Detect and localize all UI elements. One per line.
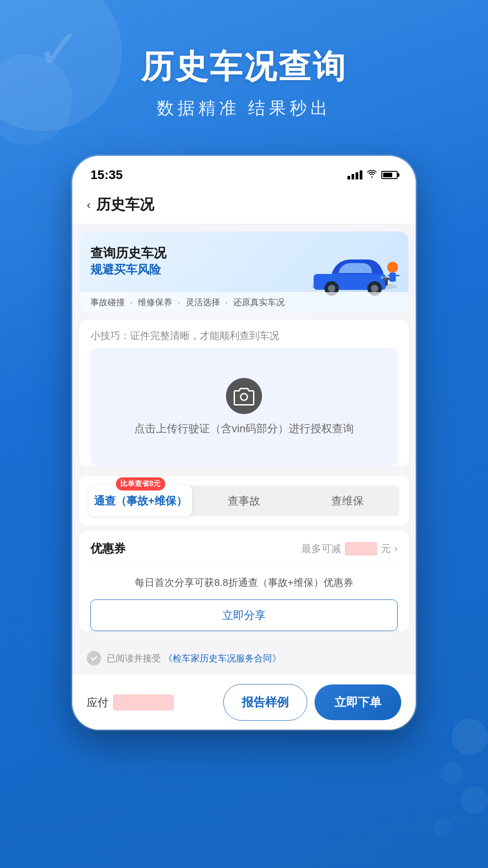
svg-point-14: [441, 762, 463, 784]
tabs-row: 比单查省8元 通查（事故+维保） 查事故 查维保: [89, 486, 399, 516]
banner-tag-2: 维修保养: [138, 297, 172, 308]
banner-tag-1: 事故碰撞: [90, 297, 125, 308]
tab-maintenance[interactable]: 查维保: [296, 486, 399, 516]
status-time: 15:35: [90, 168, 123, 182]
banner-tag-4: 还原真实车况: [233, 297, 285, 308]
phone-mockup: 15:35: [0, 156, 488, 730]
status-icons: [347, 170, 398, 180]
signal-icon: [347, 170, 362, 179]
banner: 查询历史车况 规避买车风险: [80, 231, 408, 313]
status-bar: 15:35: [72, 156, 416, 188]
page-sub-title: 数据精准 结果秒出: [0, 97, 488, 120]
check-icon: [90, 654, 98, 662]
svg-point-15: [461, 787, 488, 814]
camera-svg: [233, 385, 255, 407]
tab-label-comprehensive: 通查（事故+维保）: [94, 495, 187, 507]
upload-tip: 小技巧：证件完整清晰，才能顺利查到车况: [80, 320, 408, 348]
tab-comprehensive[interactable]: 比单查省8元 通查（事故+维保）: [89, 486, 192, 516]
share-button[interactable]: 立即分享: [90, 599, 398, 631]
svg-rect-9: [388, 275, 391, 276]
svg-point-7: [387, 262, 398, 273]
banner-tag-3: 灵活选择: [186, 297, 220, 308]
coupon-row[interactable]: 优惠券 最多可减 ██ 元 ›: [90, 531, 398, 567]
share-promo-text: 每日首次分享可获8.8折通查（事故+维保）优惠券: [90, 567, 398, 594]
phone-body: 15:35: [72, 156, 416, 730]
wifi-icon: [367, 170, 377, 180]
terms-row: 已阅读并接受 《检车家历史车况服务合同》: [72, 642, 416, 675]
query-tabs: 比单查省8元 通查（事故+维保） 查事故 查维保: [80, 476, 408, 525]
price-area: 应付 ██ ██: [87, 694, 216, 711]
coupon-suffix: 元: [381, 542, 391, 556]
upload-box[interactable]: 点击上传行驶证（含vin码部分）进行授权查询: [90, 348, 398, 466]
svg-rect-10: [396, 275, 399, 276]
page-main-title: 历史车况查询: [0, 45, 488, 89]
price-label: 应付: [87, 695, 108, 710]
coupon-prefix: 最多可减: [301, 542, 341, 556]
svg-point-3: [328, 285, 335, 292]
tab-label-accident: 查事故: [228, 495, 260, 507]
coupon-section: 优惠券 最多可减 ██ 元 › 每日首次分享可获8.8折通查（事故+维保）优惠券…: [80, 531, 408, 631]
svg-rect-8: [389, 273, 396, 282]
back-button[interactable]: ‹: [87, 198, 91, 212]
battery-icon: [381, 171, 398, 179]
terms-checkbox[interactable]: [87, 651, 101, 665]
coupon-amount: ██: [345, 542, 377, 556]
coupon-label: 优惠券: [90, 541, 126, 557]
tab-badge: 比单查省8元: [116, 477, 165, 491]
price-value: ██ ██: [113, 694, 174, 711]
sample-button[interactable]: 报告样例: [223, 684, 307, 721]
upload-desc: 点击上传行驶证（含vin码部分）进行授权查询: [134, 421, 354, 436]
header-area: 历史车况查询 数据精准 结果秒出: [0, 0, 488, 138]
svg-point-5: [371, 285, 378, 292]
nav-title: 历史车况: [96, 195, 154, 215]
terms-text: 已阅读并接受 《检车家历史车况服务合同》: [107, 652, 281, 665]
action-bar: 应付 ██ ██ 报告样例 立即下单: [72, 675, 416, 730]
svg-rect-12: [383, 278, 389, 280]
coupon-value: 最多可减 ██ 元 ›: [301, 542, 398, 556]
upload-section: 小技巧：证件完整清晰，才能顺利查到车况 点击上传行驶证（含vin码部分）进行授权…: [80, 320, 408, 466]
deco-bubbles: [398, 710, 488, 845]
terms-prefix: 已阅读并接受: [107, 653, 161, 663]
coupon-arrow: ›: [394, 543, 398, 555]
tab-accident[interactable]: 查事故: [192, 486, 296, 516]
tab-label-maintenance: 查维保: [331, 495, 364, 507]
svg-point-16: [434, 818, 452, 836]
car-illustration: [305, 247, 404, 297]
order-button[interactable]: 立即下单: [314, 684, 401, 720]
camera-icon: [226, 378, 262, 414]
banner-tags: 事故碰撞 · 维修保养 · 灵活选择 · 还原真实车况: [80, 292, 408, 313]
terms-link[interactable]: 《检车家历史车况服务合同》: [164, 653, 281, 663]
nav-bar: ‹ 历史车况: [72, 188, 416, 224]
